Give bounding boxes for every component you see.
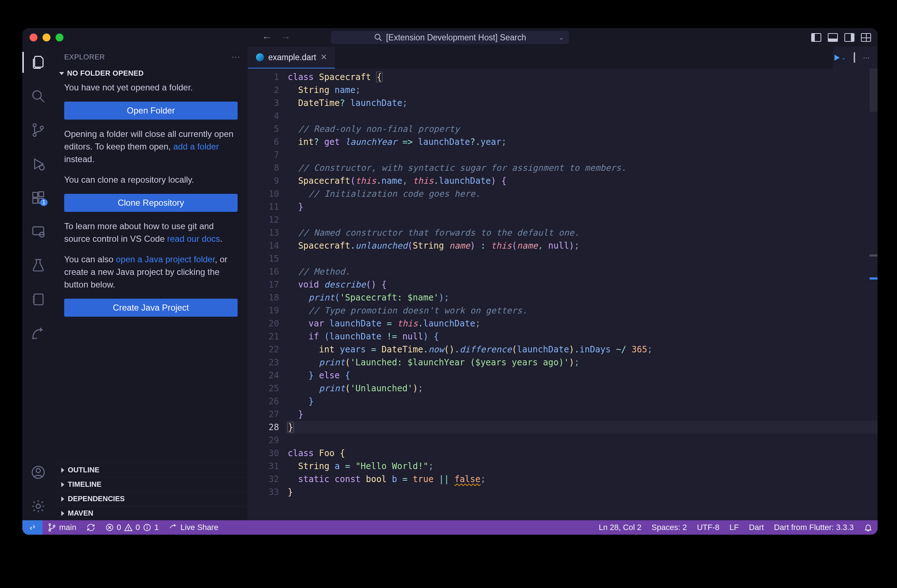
activity-run-debug[interactable] [22, 153, 54, 174]
dependencies-section[interactable]: DEPENDENCIES [54, 492, 248, 506]
layout-controls [811, 33, 871, 42]
section-label: NO FOLDER OPENED [67, 69, 144, 78]
chevron-right-icon [61, 468, 64, 473]
sidebar-title: EXPLORER [64, 53, 105, 61]
svg-point-21 [36, 468, 40, 473]
tab-example-dart[interactable]: example.dart ✕ [248, 47, 335, 69]
activity-testing[interactable] [22, 255, 54, 276]
indentation-item[interactable]: Spaces: 2 [646, 520, 692, 535]
branch-icon [47, 523, 56, 532]
run-button[interactable]: ⌄ [833, 54, 846, 62]
code-editor[interactable]: 1234567891011121314151617181920212223242… [248, 69, 877, 520]
encoding-item[interactable]: UTF-8 [692, 520, 724, 535]
no-folder-text-2: Opening a folder will close all currentl… [64, 128, 237, 165]
beaker-icon [31, 258, 46, 273]
vscode-window: ← → [Extension Development Host] Search … [22, 28, 877, 535]
play-bug-icon [31, 157, 46, 171]
overview-mark [869, 254, 877, 257]
language-mode-item[interactable]: Dart [744, 520, 769, 535]
command-center[interactable]: [Extension Development Host] Search ⌄ [331, 31, 569, 44]
sidebar-more-button[interactable]: ··· [232, 52, 240, 62]
editor-actions: ⌄ ··· [833, 47, 877, 69]
timeline-section[interactable]: TIMELINE [54, 477, 248, 492]
svg-point-22 [36, 504, 40, 509]
git-branch-item[interactable]: main [43, 520, 81, 535]
no-folder-text-5: You can also open a Java project folder,… [64, 253, 237, 291]
problems-item[interactable]: 0 0 1 [100, 520, 164, 535]
svg-point-5 [33, 133, 36, 136]
extensions-badge: 1 [40, 199, 47, 206]
gear-icon [31, 499, 46, 513]
notebook-icon [31, 292, 46, 307]
no-folder-body: You have not yet opened a folder. Open F… [54, 79, 248, 320]
maven-section[interactable]: MAVEN [54, 506, 248, 520]
split-editor-button[interactable] [854, 53, 855, 62]
scrollbar-thumb[interactable] [869, 69, 877, 112]
editor-more-button[interactable]: ··· [863, 53, 869, 62]
outline-section[interactable]: OUTLINE [54, 463, 248, 477]
toggle-panel-button[interactable] [828, 33, 838, 42]
share-icon [31, 326, 46, 341]
sync-icon [87, 523, 95, 532]
activity-source-control[interactable] [22, 120, 54, 141]
maximize-window-button[interactable] [55, 34, 63, 41]
search-icon [31, 89, 46, 104]
svg-line-3 [40, 98, 44, 102]
close-tab-button[interactable]: ✕ [320, 53, 327, 62]
no-folder-text-4: To learn more about how to use git and s… [64, 220, 237, 245]
code-content[interactable]: class Spacecraft { String name; DateTime… [288, 69, 877, 520]
notifications-item[interactable] [859, 520, 877, 535]
activity-share[interactable] [22, 323, 54, 344]
activity-remote-explorer[interactable] [22, 221, 54, 242]
nav-forward-button[interactable]: → [280, 32, 291, 43]
no-folder-text-3: You can clone a repository locally. [64, 173, 237, 186]
remote-indicator[interactable] [22, 520, 43, 535]
read-docs-link[interactable]: read our docs [167, 234, 220, 244]
workbench-body: 1 EXPLORER [22, 47, 877, 520]
svg-point-26 [54, 525, 55, 527]
svg-rect-12 [39, 192, 44, 196]
chevron-right-icon [61, 496, 64, 501]
search-icon [374, 33, 383, 42]
activity-notebook[interactable] [22, 289, 54, 310]
open-folder-button[interactable]: Open Folder [64, 102, 237, 120]
remote-icon [28, 523, 37, 532]
svg-marker-23 [834, 55, 840, 61]
open-java-project-link[interactable]: open a Java project folder [116, 254, 215, 264]
overview-cursor-mark [869, 278, 877, 279]
activity-settings[interactable] [22, 496, 54, 517]
activity-search[interactable] [22, 86, 54, 107]
toggle-primary-sidebar-button[interactable] [811, 33, 821, 42]
collapsed-sections: OUTLINE TIMELINE DEPENDENCIES MAVEN [54, 463, 248, 520]
nav-back-button[interactable]: ← [262, 32, 272, 43]
minimize-window-button[interactable] [43, 34, 51, 41]
sync-button[interactable] [81, 520, 100, 535]
vertical-scrollbar[interactable] [869, 69, 877, 520]
activity-explorer[interactable] [22, 52, 54, 73]
flutter-sdk-item[interactable]: Dart from Flutter: 3.3.3 [769, 520, 859, 535]
tab-bar: example.dart ✕ ⌄ ··· [248, 47, 877, 69]
close-window-button[interactable] [29, 34, 37, 41]
tab-label: example.dart [268, 53, 316, 62]
create-java-project-button[interactable]: Create Java Project [64, 299, 237, 317]
chevron-down-icon: ⌄ [559, 34, 564, 41]
svg-rect-9 [33, 192, 37, 197]
svg-rect-10 [33, 199, 37, 203]
files-icon [31, 55, 46, 70]
clone-repository-button[interactable]: Clone Repository [64, 194, 237, 212]
eol-item[interactable]: LF [724, 520, 744, 535]
live-share-icon [169, 523, 178, 532]
cursor-position-item[interactable]: Ln 28, Col 2 [594, 520, 647, 535]
svg-rect-13 [33, 227, 44, 235]
svg-point-6 [40, 126, 43, 129]
svg-rect-16 [34, 294, 43, 305]
customize-layout-button[interactable] [861, 33, 871, 42]
toggle-secondary-sidebar-button[interactable] [844, 33, 854, 42]
no-folder-section-header[interactable]: NO FOLDER OPENED [54, 67, 248, 79]
live-share-item[interactable]: Live Share [164, 520, 223, 535]
activity-extensions[interactable]: 1 [22, 187, 54, 208]
no-folder-text-1: You have not yet opened a folder. [64, 81, 237, 94]
chevron-right-icon [61, 511, 64, 516]
activity-accounts[interactable] [22, 462, 54, 483]
add-folder-link[interactable]: add a folder [173, 142, 219, 151]
